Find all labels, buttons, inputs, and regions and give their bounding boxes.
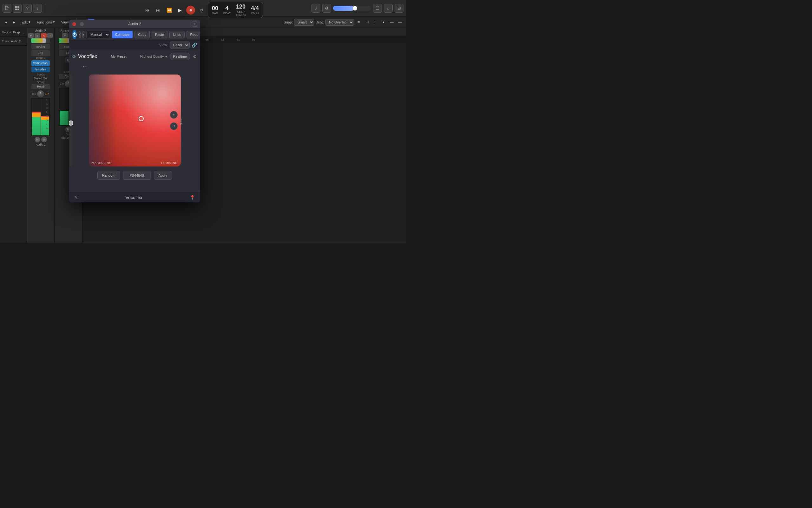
slider-thumb[interactable] xyxy=(69,121,73,126)
plugin-next-btn[interactable]: › xyxy=(82,31,84,38)
beat-label: BEAT xyxy=(223,12,231,15)
settings-icon[interactable]: ⚙ xyxy=(322,4,331,13)
gear-icon[interactable]: ⚙ xyxy=(193,54,197,59)
view-link-icon[interactable]: 🔗 xyxy=(192,42,197,48)
side-add-btn[interactable]: + xyxy=(170,111,177,119)
drag-select[interactable]: No Overlap xyxy=(325,19,354,26)
ch2-vol-val: 0.0 xyxy=(59,82,64,85)
plugin-content: ⟳ Vocoflex My Preset Highest Quality ▾ R… xyxy=(69,49,200,192)
ch1-input-label: Input 1 xyxy=(36,56,45,59)
ch1-plugin2-btn[interactable]: Vocoflex xyxy=(31,67,50,72)
window-controls xyxy=(72,22,84,26)
color-canvas[interactable]: MASCULINE FEMININE xyxy=(89,75,181,167)
ch1-eq-btn[interactable]: EQ xyxy=(31,50,50,56)
rewind-btn[interactable]: ⏪ xyxy=(165,6,173,14)
download-icon[interactable]: ↓ xyxy=(33,4,42,13)
ch1-record-btn[interactable]: R xyxy=(41,33,47,38)
plugin-toolbar: ⏻ ‹ › Manual Compare Copy Paste Undo Red… xyxy=(69,29,200,41)
plugin-undo-btn[interactable]: Undo xyxy=(169,31,185,38)
nav-left-btn[interactable]: ◂ xyxy=(3,19,9,26)
transport-display: 00 BAR 4 BEAT 120 KEEP TEMPO 4/4 Cmaj xyxy=(208,2,263,18)
color-circle[interactable]: ● xyxy=(380,19,387,26)
edit-menu[interactable]: Edit ▾ xyxy=(19,18,33,26)
quality-select[interactable]: Highest Quality ▾ xyxy=(140,54,167,59)
canvas-gradient-side xyxy=(89,75,116,167)
plugin-paste-btn[interactable]: Paste xyxy=(152,31,167,38)
ch1-setting-btn[interactable]: Setting xyxy=(31,44,50,49)
ruler-73: 73 xyxy=(221,38,224,41)
metronome-icon[interactable]: ♩ xyxy=(312,4,320,13)
svg-rect-3 xyxy=(15,8,17,10)
ch1-input-btn[interactable]: I xyxy=(47,33,53,38)
ch1-fader-thumb[interactable] xyxy=(42,38,46,43)
list-view-icon[interactable]: ☰ xyxy=(373,4,382,13)
ch1-plugin-btn[interactable]: Compressor xyxy=(31,60,50,66)
dash-icon[interactable]: — xyxy=(388,19,395,26)
key-value: Cmaj xyxy=(251,12,259,15)
expand-btn[interactable]: ⤢ xyxy=(192,22,197,27)
master-volume-slider[interactable] xyxy=(333,6,371,11)
vertical-slider[interactable] xyxy=(70,75,72,167)
waveform-icon[interactable]: ≋ xyxy=(355,19,362,26)
functions-menu[interactable]: Functions ▾ xyxy=(34,18,57,26)
footer-pin-icon[interactable]: 📍 xyxy=(190,195,195,200)
ch2-meter-left xyxy=(59,88,68,125)
skip-back-btn[interactable]: ⏮ xyxy=(143,6,152,14)
plugin-brand-header: ⟳ Vocoflex My Preset Highest Quality ▾ R… xyxy=(72,53,197,60)
side-reset-btn[interactable]: ↺ xyxy=(170,122,177,130)
file-icon[interactable] xyxy=(3,4,11,13)
color-input[interactable] xyxy=(123,171,151,180)
ch1-read-btn[interactable]: Read xyxy=(31,84,50,89)
ch1-m-bottom[interactable]: M xyxy=(35,137,40,142)
plugin-redo-btn[interactable]: Redo xyxy=(187,31,200,38)
plugin-copy-btn[interactable]: Copy xyxy=(134,31,150,38)
beat-value: 4 xyxy=(223,5,231,12)
bar-segment: 00 BAR xyxy=(212,5,218,15)
plugin-prev-btn[interactable]: ‹ xyxy=(79,31,81,38)
apply-btn[interactable]: Apply xyxy=(154,171,172,180)
align-right-icon[interactable]: ⊢ xyxy=(372,19,379,26)
top-toolbar: ? ↓ ⏮ ⏭ ⏪ ▶ ⏺ ↺ 00 BAR 4 BEAT 120 KEEP T… xyxy=(0,0,406,16)
mixer-icon[interactable]: ⊞ xyxy=(395,4,403,13)
search-icon[interactable]: ⌕ xyxy=(384,4,393,13)
view-select[interactable]: Editor xyxy=(170,42,190,48)
color-picker-dot[interactable] xyxy=(138,116,144,121)
ch1-pan-knob[interactable] xyxy=(37,90,44,97)
ch1-pan-area: 0.0 1.7 xyxy=(32,90,49,97)
footer-pen-icon[interactable]: ✎ xyxy=(74,195,78,200)
ch1-bottom-name: Audio 2 xyxy=(36,143,46,146)
snap-area: Snap: Smart Drag: No Overlap ≋ ⊣ ⊢ ● — — xyxy=(284,19,403,26)
channel-strip-audio2: Audio 2 M S R I Setting EQ Input 1 Compr… xyxy=(27,28,54,243)
nav-right-btn[interactable]: ▸ xyxy=(11,19,18,26)
ch1-sends-label: Sends xyxy=(37,73,45,76)
plugin-compare-btn[interactable]: Compare xyxy=(112,31,132,38)
tempo-value: 120 xyxy=(236,3,246,10)
plugin-power-btn[interactable]: ⏻ xyxy=(72,30,77,39)
window-maximize-btn[interactable] xyxy=(80,22,84,26)
realtime-btn[interactable]: Realtime xyxy=(170,53,190,60)
ch1-solo-btn[interactable]: S xyxy=(35,33,40,38)
record-btn[interactable]: ⏺ xyxy=(186,6,195,14)
grid-icon[interactable] xyxy=(13,4,22,13)
bar-label: BAR xyxy=(212,12,218,15)
ch1-mute-btn[interactable]: M xyxy=(28,33,34,38)
skip-forward-btn[interactable]: ⏭ xyxy=(154,6,163,14)
transport-group: ⏮ ⏭ ⏪ ▶ ⏺ ↺ 00 BAR 4 BEAT 120 KEEP TEMPO… xyxy=(143,2,263,18)
ch2-mute-btn[interactable]: M xyxy=(62,33,68,38)
random-btn[interactable]: Random xyxy=(97,171,120,180)
play-btn[interactable]: ▶ xyxy=(175,6,184,14)
back-arrow-btn[interactable]: ← xyxy=(82,64,87,70)
ch1-fader[interactable] xyxy=(31,38,50,43)
window-close-btn[interactable] xyxy=(72,22,76,26)
plugin-preset-select[interactable]: Manual xyxy=(86,31,110,38)
snap-select[interactable]: Smart xyxy=(294,19,314,26)
left-sidebar: Region: Dioge...Story Track: Audio 2 xyxy=(0,28,27,243)
ch1-peak-val: 1.7 xyxy=(45,92,49,95)
help-icon[interactable]: ? xyxy=(23,4,32,13)
ch1-s-bottom[interactable]: S xyxy=(41,137,47,142)
secondary-toolbar: ◂ ▸ Edit ▾ Functions ▾ View ▾ ⊞ ☰ ⛓ ✂ ⟳ … xyxy=(0,16,406,28)
capture-btn[interactable]: ↺ xyxy=(197,6,206,14)
align-left-icon[interactable]: ⊣ xyxy=(364,19,370,26)
sig-value: 4/4 xyxy=(251,5,259,12)
dash2-icon[interactable]: — xyxy=(397,19,403,26)
